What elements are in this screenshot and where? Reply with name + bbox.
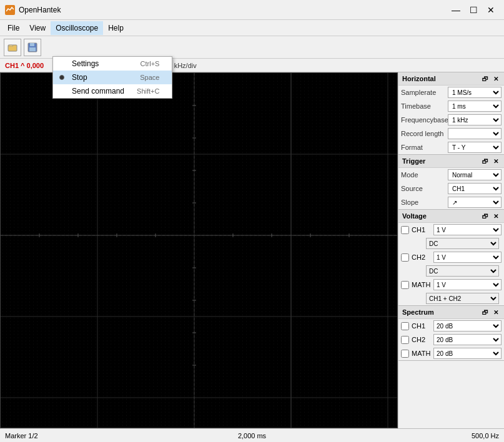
voltage-math-checkbox[interactable]	[401, 281, 409, 289]
spectrum-math-checkbox[interactable]	[401, 350, 409, 358]
save-button[interactable]	[24, 39, 41, 56]
voltage-ch2-coupling-select[interactable]: DC	[426, 265, 499, 277]
stop-radio-icon	[59, 75, 64, 80]
spectrum-ch2-checkbox[interactable]	[401, 336, 409, 344]
menu-help[interactable]: Help	[103, 21, 129, 35]
voltage-ch1-select[interactable]: 1 V	[433, 224, 502, 235]
voltage-ch2-select[interactable]: 1 V	[433, 252, 502, 263]
spectrum-math-select[interactable]: 20 dB	[433, 348, 502, 359]
open-icon	[7, 42, 17, 52]
frequencybase-row: Frequencybase 1 kHz	[398, 113, 504, 127]
menu-bar: File View Oscilloscope Help Settings Ctr…	[0, 20, 504, 36]
marker-time: 2,000 ms	[170, 432, 335, 440]
window-controls: — ☐ ✕	[448, 3, 499, 17]
voltage-ch2-checkbox[interactable]	[401, 253, 409, 262]
format-row: Format T - Y	[398, 140, 504, 154]
menu-file[interactable]: File	[2, 21, 24, 35]
trigger-source-row: Source CH1	[398, 182, 504, 195]
voltage-close-icon[interactable]: ✕	[492, 212, 500, 220]
menu-oscilloscope[interactable]: Oscilloscope	[51, 21, 103, 35]
trigger-slope-row: Slope ↗	[398, 195, 504, 209]
menu-stop[interactable]: Stop Space	[53, 71, 172, 84]
svg-rect-8	[1, 73, 397, 428]
open-button[interactable]	[4, 39, 21, 56]
maximize-button[interactable]: ☐	[465, 3, 482, 17]
window-title: OpenHantek	[19, 6, 448, 14]
marker-bar: Marker 1/2 2,000 ms 500,0 Hz	[0, 428, 504, 442]
format-select[interactable]: T - Y	[448, 142, 502, 153]
app-icon	[5, 5, 15, 15]
voltage-math-select[interactable]: 1 V	[433, 279, 502, 290]
trigger-close-icon[interactable]: ✕	[492, 157, 500, 165]
menu-send-command[interactable]: Send command Shift+C	[53, 84, 172, 98]
voltage-section: Voltage 🗗 ✕ CH1 1 V DC	[398, 210, 504, 306]
oscilloscope-dropdown: Settings Ctrl+S Stop Space Send command …	[52, 56, 172, 99]
voltage-ch1-coupling-select[interactable]: DC	[426, 238, 499, 249]
frequencybase-select[interactable]: 1 kHz	[448, 114, 502, 125]
menu-view[interactable]: View	[24, 21, 51, 35]
marker-freq: 500,0 Hz	[334, 432, 499, 440]
voltage-restore-icon[interactable]: 🗗	[481, 212, 490, 220]
trigger-mode-row: Mode Normal	[398, 168, 504, 182]
voltage-ch1-row: CH1 1 V	[398, 223, 504, 237]
spectrum-ch1-select[interactable]: 20 dB	[433, 320, 502, 332]
recordlength-row: Record length	[398, 127, 504, 140]
horizontal-restore-icon[interactable]: 🗗	[481, 74, 490, 83]
horizontal-section: Horizontal 🗗 ✕ Samplerate 1 MS/s Timebas…	[398, 72, 504, 155]
horizontal-close-icon[interactable]: ✕	[492, 74, 500, 83]
spectrum-ch1-checkbox[interactable]	[401, 322, 409, 330]
spectrum-ch1-row: CH1 20 dB	[398, 319, 504, 333]
trigger-source-select[interactable]: CH1	[448, 183, 502, 194]
grid-overlay: 1 2	[1, 73, 397, 428]
voltage-header: Voltage 🗗 ✕	[398, 210, 504, 223]
trigger-mode-select[interactable]: Normal	[448, 169, 502, 180]
marker-label: Marker 1/2	[5, 432, 170, 440]
timebase-row: Timebase 1 ms	[398, 99, 504, 113]
trigger-slope-select[interactable]: ↗	[448, 197, 502, 208]
spectrum-ch2-select[interactable]: 20 dB	[433, 334, 502, 345]
svg-rect-2	[30, 43, 34, 46]
horizontal-header: Horizontal 🗗 ✕	[398, 72, 504, 86]
samplerate-row: Samplerate 1 MS/s	[398, 86, 504, 99]
timebase-select[interactable]: 1 ms	[448, 101, 502, 112]
voltage-math-row: MATH 1 V	[398, 278, 504, 292]
spectrum-section: Spectrum 🗗 ✕ CH1 20 dB CH2 20 dB	[398, 306, 504, 361]
voltage-ch2-row: CH2 1 V	[398, 250, 504, 264]
spectrum-close-icon[interactable]: ✕	[492, 308, 500, 317]
title-bar: OpenHantek — ☐ ✕	[0, 0, 504, 20]
main-area: 1 2 Horizontal 🗗 ✕ Samplerate 1 MS/s	[0, 72, 504, 428]
trigger-restore-icon[interactable]: 🗗	[481, 157, 490, 165]
trigger-section: Trigger 🗗 ✕ Mode Normal Source CH1 Slop	[398, 155, 504, 210]
minimize-button[interactable]: —	[448, 3, 464, 17]
voltage-math-op-select[interactable]: CH1 + CH2	[426, 293, 499, 304]
close-button[interactable]: ✕	[483, 3, 499, 17]
samplerate-select[interactable]: 1 MS/s	[448, 87, 502, 98]
recordlength-select[interactable]	[448, 128, 502, 139]
menu-settings[interactable]: Settings Ctrl+S	[53, 57, 172, 71]
voltage-ch1-checkbox[interactable]	[401, 226, 409, 234]
trigger-header: Trigger 🗗 ✕	[398, 155, 504, 168]
ch1-info: CH1 ^ 0,000	[5, 62, 44, 69]
spectrum-header: Spectrum 🗗 ✕	[398, 306, 504, 319]
toolbar	[0, 36, 504, 59]
svg-rect-3	[29, 47, 36, 51]
save-icon	[27, 42, 37, 52]
spectrum-ch2-row: CH2 20 dB	[398, 333, 504, 346]
oscilloscope-canvas: 1 2	[0, 72, 398, 428]
right-panel: Horizontal 🗗 ✕ Samplerate 1 MS/s Timebas…	[398, 72, 504, 428]
spectrum-restore-icon[interactable]: 🗗	[481, 308, 490, 317]
spectrum-math-row: MATH 20 dB	[398, 346, 504, 360]
